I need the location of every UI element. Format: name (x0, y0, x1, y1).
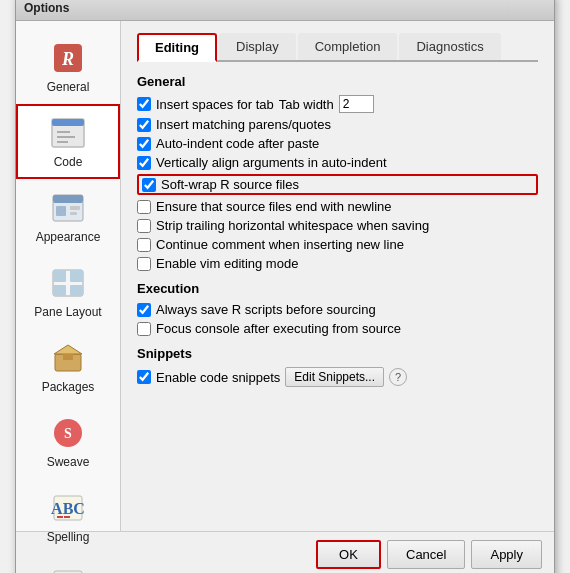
snippets-help-button[interactable]: ? (389, 368, 407, 386)
sidebar-label-sweave: Sweave (47, 455, 90, 469)
tab-completion[interactable]: Completion (298, 33, 398, 60)
svg-text:R: R (61, 49, 74, 69)
sidebar-label-general: General (47, 80, 90, 94)
svg-rect-11 (70, 212, 77, 215)
label-soft-wrap: Soft-wrap R source files (161, 177, 299, 192)
checkbox-auto-indent[interactable] (137, 137, 151, 151)
svg-rect-13 (53, 270, 66, 282)
sidebar-item-appearance[interactable]: Appearance (16, 179, 120, 254)
tabs-bar: Editing Display Completion Diagnostics (137, 33, 538, 62)
window-title: Options (24, 1, 69, 15)
option-strip-whitespace: Strip trailing horizontal whitespace whe… (137, 218, 538, 233)
option-continue-comment: Continue comment when inserting new line (137, 237, 538, 252)
sidebar-label-appearance: Appearance (36, 230, 101, 244)
label-tab-width: Tab width (279, 97, 334, 112)
option-always-save: Always save R scripts before sourcing (137, 302, 538, 317)
sweave-icon: S (49, 414, 87, 452)
general-icon: R (49, 39, 87, 77)
section-title-snippets: Snippets (137, 346, 538, 361)
spelling-icon: ABC (49, 489, 87, 527)
tab-editing[interactable]: Editing (137, 33, 217, 62)
label-ensure-newline: Ensure that source files end with newlin… (156, 199, 392, 214)
checkbox-focus-console[interactable] (137, 322, 151, 336)
label-strip-whitespace: Strip trailing horizontal whitespace whe… (156, 218, 429, 233)
section-title-execution: Execution (137, 281, 538, 296)
checkbox-insert-matching-parens[interactable] (137, 118, 151, 132)
option-enable-snippets: Enable code snippets Edit Snippets... ? (137, 367, 538, 387)
checkbox-vertically-align[interactable] (137, 156, 151, 170)
option-auto-indent: Auto-indent code after paste (137, 136, 538, 151)
main-panel: Editing Display Completion Diagnostics G… (121, 21, 554, 531)
sidebar-label-spelling: Spelling (47, 530, 90, 544)
checkbox-always-save[interactable] (137, 303, 151, 317)
option-insert-matching-parens: Insert matching parens/quotes (137, 117, 538, 132)
sidebar-label-pane-layout: Pane Layout (34, 305, 101, 319)
checkbox-insert-spaces-tab[interactable] (137, 97, 151, 111)
svg-rect-3 (52, 119, 84, 126)
option-insert-spaces-tab: Insert spaces for tab Tab width (137, 95, 538, 113)
checkbox-vim-mode[interactable] (137, 257, 151, 271)
svg-rect-8 (53, 195, 83, 203)
svg-rect-19 (63, 354, 73, 360)
label-auto-indent: Auto-indent code after paste (156, 136, 319, 151)
svg-rect-9 (56, 206, 66, 216)
code-icon (49, 114, 87, 152)
apply-button[interactable]: Apply (471, 540, 542, 569)
option-soft-wrap: Soft-wrap R source files (137, 174, 538, 195)
section-title-general: General (137, 74, 538, 89)
svg-rect-15 (53, 285, 66, 296)
title-bar: Options (16, 0, 554, 21)
cancel-button[interactable]: Cancel (387, 540, 465, 569)
checkbox-ensure-newline[interactable] (137, 200, 151, 214)
ok-button[interactable]: OK (316, 540, 381, 569)
tab-display[interactable]: Display (219, 33, 296, 60)
svg-marker-18 (54, 345, 82, 354)
option-vim-mode: Enable vim editing mode (137, 256, 538, 271)
sidebar-item-sweave[interactable]: S Sweave (16, 404, 120, 479)
label-always-save: Always save R scripts before sourcing (156, 302, 376, 317)
edit-snippets-button[interactable]: Edit Snippets... (285, 367, 384, 387)
packages-icon (49, 339, 87, 377)
sidebar-item-packages[interactable]: Packages (16, 329, 120, 404)
appearance-icon (49, 189, 87, 227)
sidebar-item-general[interactable]: R General (16, 29, 120, 104)
sidebar-item-pane-layout[interactable]: Pane Layout (16, 254, 120, 329)
checkbox-enable-snippets[interactable] (137, 370, 151, 384)
checkbox-continue-comment[interactable] (137, 238, 151, 252)
checkbox-strip-whitespace[interactable] (137, 219, 151, 233)
tab-diagnostics[interactable]: Diagnostics (399, 33, 500, 60)
options-window: Options R General (15, 0, 555, 573)
sidebar-item-git-svn[interactable]: Git/SVN (16, 554, 120, 573)
pane-layout-icon (49, 264, 87, 302)
svg-text:ABC: ABC (51, 500, 85, 517)
svg-text:S: S (64, 426, 72, 441)
option-focus-console: Focus console after executing from sourc… (137, 321, 538, 336)
sidebar: R General Code (16, 21, 121, 531)
sidebar-label-packages: Packages (42, 380, 95, 394)
svg-rect-14 (70, 270, 83, 282)
sidebar-label-code: Code (54, 155, 83, 169)
label-vim-mode: Enable vim editing mode (156, 256, 298, 271)
svg-rect-10 (70, 206, 80, 210)
option-vertically-align: Vertically align arguments in auto-inden… (137, 155, 538, 170)
label-focus-console: Focus console after executing from sourc… (156, 321, 401, 336)
input-tab-width[interactable] (339, 95, 374, 113)
label-continue-comment: Continue comment when inserting new line (156, 237, 404, 252)
svg-rect-16 (70, 285, 83, 296)
label-enable-snippets: Enable code snippets (156, 370, 280, 385)
sidebar-item-spelling[interactable]: ABC Spelling (16, 479, 120, 554)
checkbox-soft-wrap[interactable] (142, 178, 156, 192)
label-vertically-align: Vertically align arguments in auto-inden… (156, 155, 387, 170)
label-insert-spaces-tab: Insert spaces for tab (156, 97, 274, 112)
git-svn-icon (49, 564, 87, 573)
option-ensure-newline: Ensure that source files end with newlin… (137, 199, 538, 214)
sidebar-item-code[interactable]: Code (16, 104, 120, 179)
label-insert-matching-parens: Insert matching parens/quotes (156, 117, 331, 132)
